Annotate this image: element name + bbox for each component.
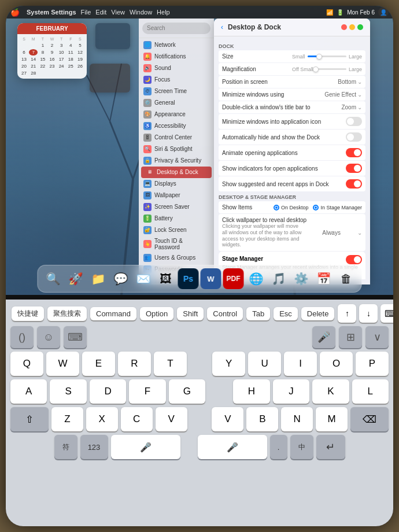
quick-key-shortcuts[interactable]: 快捷键 [12, 306, 44, 321]
key-o[interactable]: O [320, 352, 353, 376]
key-y[interactable]: Y [212, 352, 245, 376]
key-c[interactable]: C [121, 407, 153, 431]
key-123[interactable]: 123 [80, 435, 108, 459]
radio-on-desktop[interactable]: On Desktop [274, 205, 309, 210]
key-enter[interactable]: ↵ [316, 435, 345, 459]
sidebar-search-input[interactable] [142, 23, 210, 34]
key-j[interactable]: J [273, 379, 309, 404]
quick-key-spotlight[interactable]: 聚焦搜索 [47, 306, 87, 321]
sidebar-item-desktop-dock[interactable]: 🖥 Desktop & Dock [141, 167, 212, 178]
dock-music[interactable]: 🎵 [268, 268, 289, 289]
sidebar-item-privacy[interactable]: 🔒 Privacy & Security [139, 155, 214, 167]
menu-window[interactable]: Window [130, 9, 152, 16]
dock-photos[interactable]: 🖼 [156, 268, 176, 289]
key-shift[interactable]: ⇧ [10, 407, 49, 431]
double-click-row[interactable]: Double-click a window's title bar to Zoo… [219, 101, 365, 113]
sidebar-item-accessibility[interactable]: ♿ Accessibility [139, 120, 214, 132]
sidebar-item-lockscreen[interactable]: 🔐 Lock Screen [139, 224, 214, 236]
show-recent-toggle[interactable] [346, 179, 362, 189]
key-chinese[interactable]: 中 [290, 435, 313, 459]
key-f[interactable]: F [129, 379, 165, 404]
key-i[interactable]: I [284, 352, 317, 376]
dock-word[interactable]: W [201, 268, 221, 289]
dock-messages[interactable]: 💬 [110, 268, 131, 289]
sidebar-item-screensaver[interactable]: ✨ Screen Saver [139, 201, 214, 213]
key-z[interactable]: Z [51, 407, 83, 431]
sidebar-item-network[interactable]: 🌐 Network [139, 39, 214, 51]
spec-key-grid[interactable]: ⊞ [339, 326, 362, 348]
dock-pdf[interactable]: PDF [223, 268, 244, 289]
sidebar-item-screentime[interactable]: ⏱ Screen Time [139, 86, 214, 97]
sidebar-item-touchid[interactable]: 👆 Touch ID & Password [139, 236, 214, 252]
click-wallpaper-row[interactable]: Click wallpaper to reveal desktop Clicki… [219, 214, 365, 251]
key-period[interactable]: . [270, 435, 287, 459]
dock-settings[interactable]: ⚙️ [291, 268, 312, 289]
dock-chrome[interactable]: 🌐 [246, 268, 267, 289]
dock-trash[interactable]: 🗑 [336, 268, 357, 289]
quick-key-control[interactable]: Control [207, 307, 243, 320]
sidebar-item-battery[interactable]: 🔋 Battery [139, 213, 214, 224]
desktop-thumbnail-2[interactable] [90, 64, 130, 93]
position-row[interactable]: Position in screen Bottom ⌄ [219, 76, 365, 88]
key-k[interactable]: K [312, 379, 349, 404]
radio-in-stage-manager[interactable]: In Stage Manager [313, 205, 362, 210]
key-space-left[interactable]: 🎤 [111, 435, 180, 459]
spec-key-mic[interactable]: 🎤 [312, 326, 335, 348]
mag-slider[interactable]: Off Small Large [292, 66, 362, 72]
menu-help[interactable]: Help [157, 9, 170, 16]
dock-calendar[interactable]: 📅 [313, 268, 334, 289]
sidebar-item-notifications[interactable]: 🔔 Notifications [139, 51, 214, 62]
spec-key-parens[interactable]: () [10, 326, 34, 348]
spec-key-emoji[interactable]: ☺ [37, 326, 60, 348]
close-button[interactable] [341, 24, 347, 30]
sidebar-item-sound[interactable]: 🔊 Sound [139, 62, 214, 74]
sidebar-item-wallpaper[interactable]: 🖼 Wallpaper [139, 190, 214, 201]
quick-key-tab[interactable]: Tab [246, 307, 270, 320]
key-t[interactable]: T [154, 352, 187, 376]
menu-view[interactable]: View [111, 9, 125, 16]
menu-edit[interactable]: Edit [95, 9, 106, 16]
sidebar-item-users[interactable]: 👥 Users & Groups [139, 252, 214, 264]
key-s[interactable]: S [50, 379, 86, 404]
key-d[interactable]: D [90, 379, 126, 404]
dock-finder[interactable]: 🔍 [43, 268, 64, 289]
key-m[interactable]: M [316, 407, 348, 431]
quick-key-command[interactable]: Command [90, 307, 136, 320]
key-space-right[interactable]: 🎤 [198, 435, 267, 459]
dock-folder[interactable]: 📁 [88, 268, 109, 289]
arrow-down-button[interactable]: ↓ [359, 304, 378, 323]
key-backspace[interactable]: ⌫ [350, 407, 389, 431]
indicators-toggle[interactable] [346, 164, 362, 173]
dock-ps[interactable]: Ps [178, 268, 199, 289]
sidebar-item-general[interactable]: ⚙️ General [139, 97, 214, 109]
mag-track[interactable] [316, 68, 346, 70]
keyboard-icon-button[interactable]: ⌨ [380, 304, 393, 323]
menu-file[interactable]: File [81, 9, 91, 16]
arrow-up-button[interactable]: ↑ [338, 304, 356, 323]
key-e[interactable]: E [82, 352, 115, 376]
spec-key-collapse[interactable]: ∨ [365, 326, 389, 348]
spec-key-keyboard[interactable]: ⌨ [64, 326, 87, 348]
key-a[interactable]: A [10, 379, 47, 404]
auto-hide-toggle[interactable] [346, 132, 362, 142]
user-avatar[interactable]: 👤 [378, 7, 389, 17]
mag-thumb[interactable] [313, 66, 319, 72]
sidebar-item-appearance[interactable]: 🎨 Appearance [139, 109, 214, 120]
key-b[interactable]: B [246, 407, 278, 431]
sidebar-item-displays[interactable]: 💻 Displays [139, 178, 214, 190]
key-g[interactable]: G [169, 379, 205, 404]
key-symbols[interactable]: 符 [54, 435, 77, 459]
quick-key-option[interactable]: Option [140, 307, 173, 320]
sidebar-item-focus[interactable]: 🌙 Focus [139, 74, 214, 86]
maximize-button[interactable] [357, 24, 363, 30]
size-slider[interactable]: Small Large [292, 54, 362, 60]
size-thumb[interactable] [316, 54, 322, 60]
key-v-left[interactable]: V [156, 407, 187, 431]
desktop-thumbnail-1[interactable] [95, 23, 130, 49]
minimize-button[interactable] [349, 24, 355, 30]
animate-toggle[interactable] [346, 148, 362, 157]
key-n[interactable]: N [281, 407, 313, 431]
key-p[interactable]: P [356, 352, 389, 376]
size-track[interactable] [308, 56, 346, 57]
stage-manager-toggle[interactable] [346, 255, 362, 264]
